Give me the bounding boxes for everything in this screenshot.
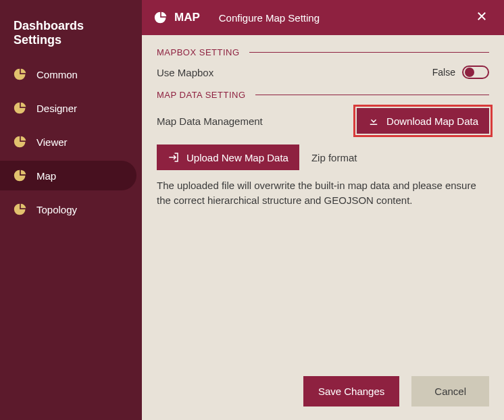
sidebar-item-label: Topology xyxy=(36,204,77,215)
section-heading-label: MAP DATA SETTING xyxy=(157,90,246,100)
map-data-management-label: Map Data Management xyxy=(157,115,263,127)
upload-description: The uploaded file will overwrite the bui… xyxy=(157,178,489,208)
pie-icon xyxy=(14,135,27,149)
page-title: MAP xyxy=(174,11,200,24)
use-mapbox-value-text: False xyxy=(432,67,455,78)
footer: Save Changes Cancel xyxy=(142,364,504,420)
cancel-button[interactable]: Cancel xyxy=(411,376,489,406)
sidebar-item-topology[interactable]: Topology xyxy=(0,194,136,224)
sidebar-title: Dashboards Settings xyxy=(0,12,142,59)
sidebar-item-label: Common xyxy=(36,69,78,80)
sidebar: Dashboards Settings Common Designer View… xyxy=(0,0,142,420)
sidebar-item-viewer[interactable]: Viewer xyxy=(0,127,136,157)
sidebar-item-designer[interactable]: Designer xyxy=(0,93,136,123)
upload-map-data-button[interactable]: Upload New Map Data xyxy=(157,145,299,170)
section-heading-mapbox: MAPBOX SETTING xyxy=(157,47,489,57)
page-subtitle: Configure Map Setting xyxy=(219,12,320,24)
pie-icon xyxy=(14,169,27,182)
content: MAP Configure Map Setting MAPBOX SETTING… xyxy=(142,0,504,420)
section-heading-mapdata: MAP DATA SETTING xyxy=(157,90,489,100)
close-button[interactable] xyxy=(472,7,492,28)
sidebar-item-label: Viewer xyxy=(36,136,68,148)
use-mapbox-label: Use Mapbox xyxy=(157,67,213,78)
upload-row: Upload New Map Data Zip format xyxy=(157,145,489,170)
download-map-data-label: Download Map Data xyxy=(386,115,478,127)
section-heading-label: MAPBOX SETTING xyxy=(157,47,240,57)
use-mapbox-toggle[interactable] xyxy=(462,65,489,79)
pie-icon xyxy=(14,101,27,115)
sidebar-item-label: Map xyxy=(36,170,56,182)
divider-line xyxy=(249,52,489,53)
sidebar-item-label: Designer xyxy=(36,103,77,114)
main-panel: MAPBOX SETTING Use Mapbox False MAP DATA… xyxy=(142,35,504,364)
header: MAP Configure Map Setting xyxy=(142,0,504,35)
pie-icon xyxy=(154,11,168,24)
use-mapbox-row: Use Mapbox False xyxy=(157,65,489,79)
toggle-knob xyxy=(465,68,474,77)
upload-icon xyxy=(168,151,180,163)
close-icon xyxy=(476,10,488,22)
download-icon xyxy=(368,115,380,127)
divider-line xyxy=(255,95,489,95)
upload-hint: Zip format xyxy=(311,152,357,163)
map-data-management-row: Map Data Management Download Map Data xyxy=(157,108,489,134)
save-button[interactable]: Save Changes xyxy=(303,376,399,406)
upload-map-data-label: Upload New Map Data xyxy=(186,152,288,163)
sidebar-item-map[interactable]: Map xyxy=(0,161,136,190)
pie-icon xyxy=(14,203,27,216)
pie-icon xyxy=(14,68,27,81)
download-map-data-button[interactable]: Download Map Data xyxy=(357,108,489,134)
sidebar-item-common[interactable]: Common xyxy=(0,59,136,89)
